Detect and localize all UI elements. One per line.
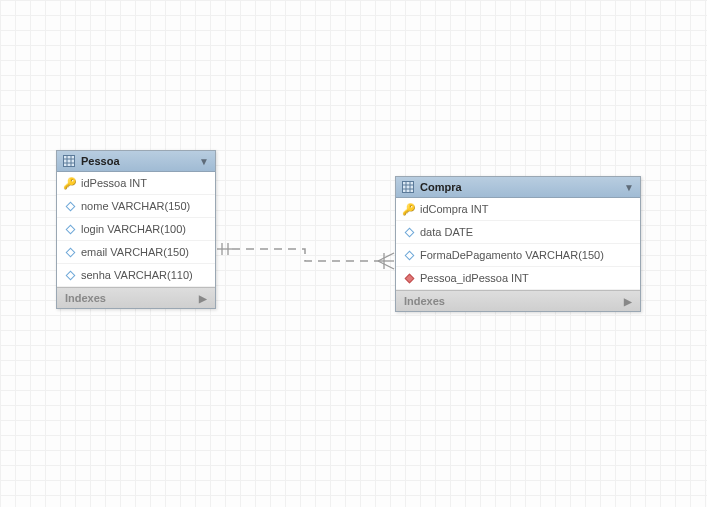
indexes-label: Indexes <box>404 295 445 307</box>
svg-line-5 <box>378 261 394 269</box>
entity-header[interactable]: Compra ▼ <box>396 177 640 198</box>
column-label: Pessoa_idPessoa INT <box>420 272 529 284</box>
column-label: idPessoa INT <box>81 177 147 189</box>
entity-compra[interactable]: Compra ▼ 🔑 idCompra INT data DATE FormaD… <box>395 176 641 312</box>
table-icon <box>402 181 414 193</box>
svg-rect-12 <box>403 182 414 193</box>
key-icon: 🔑 <box>404 204 414 214</box>
diamond-icon <box>65 270 75 280</box>
svg-line-3 <box>378 253 394 261</box>
column-label: nome VARCHAR(150) <box>81 200 190 212</box>
column-row[interactable]: 🔑 idCompra INT <box>396 198 640 221</box>
expand-icon: ▶ <box>199 293 207 304</box>
entity-title: Compra <box>420 181 618 193</box>
column-label: login VARCHAR(100) <box>81 223 186 235</box>
key-icon: 🔑 <box>65 178 75 188</box>
collapse-icon[interactable]: ▼ <box>199 156 209 167</box>
column-row[interactable]: senha VARCHAR(110) <box>57 264 215 287</box>
column-row[interactable]: login VARCHAR(100) <box>57 218 215 241</box>
table-icon <box>63 155 75 167</box>
indexes-section[interactable]: Indexes ▶ <box>57 287 215 308</box>
entity-title: Pessoa <box>81 155 193 167</box>
diamond-icon <box>65 247 75 257</box>
indexes-label: Indexes <box>65 292 106 304</box>
entity-pessoa[interactable]: Pessoa ▼ 🔑 idPessoa INT nome VARCHAR(150… <box>56 150 216 309</box>
fk-icon <box>404 273 414 283</box>
diamond-icon <box>65 201 75 211</box>
column-label: idCompra INT <box>420 203 488 215</box>
column-label: senha VARCHAR(110) <box>81 269 193 281</box>
column-row[interactable]: nome VARCHAR(150) <box>57 195 215 218</box>
diamond-icon <box>404 250 414 260</box>
column-label: FormaDePagamento VARCHAR(150) <box>420 249 604 261</box>
diamond-icon <box>404 227 414 237</box>
column-row[interactable]: Pessoa_idPessoa INT <box>396 267 640 290</box>
expand-icon: ▶ <box>624 296 632 307</box>
collapse-icon[interactable]: ▼ <box>624 182 634 193</box>
indexes-section[interactable]: Indexes ▶ <box>396 290 640 311</box>
diamond-icon <box>65 224 75 234</box>
column-row[interactable]: 🔑 idPessoa INT <box>57 172 215 195</box>
column-row[interactable]: FormaDePagamento VARCHAR(150) <box>396 244 640 267</box>
column-row[interactable]: data DATE <box>396 221 640 244</box>
column-label: data DATE <box>420 226 473 238</box>
column-label: email VARCHAR(150) <box>81 246 189 258</box>
svg-rect-7 <box>64 156 75 167</box>
column-row[interactable]: email VARCHAR(150) <box>57 241 215 264</box>
entity-header[interactable]: Pessoa ▼ <box>57 151 215 172</box>
